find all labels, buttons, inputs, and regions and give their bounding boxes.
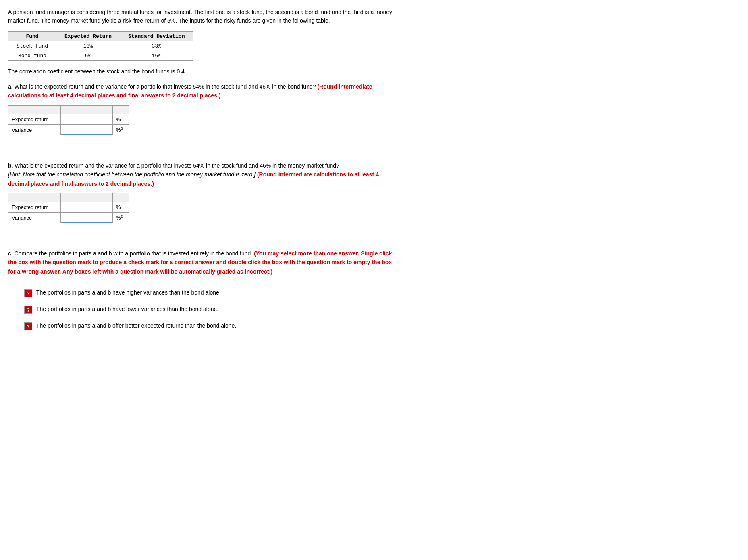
question-a-label: a. xyxy=(8,83,13,90)
question-c-body-text: Compare the portfolios in parts a and b … xyxy=(15,250,253,257)
option-c-3: ? The portfolios in parts a and b offer … xyxy=(24,322,395,330)
table-row: Stock fund 13% 33% xyxy=(8,41,193,51)
col-fund: Fund xyxy=(8,32,56,41)
answer-header-col3-b xyxy=(113,193,129,202)
option-c-2-checkbox[interactable]: ? xyxy=(24,306,32,314)
option-c-3-label: The portfolios in parts a and b offer be… xyxy=(36,322,236,330)
option-c-2: ? The portfolios in parts a and b have l… xyxy=(24,305,395,314)
correlation-text: The correlation coefficient between the … xyxy=(8,67,395,76)
answer-row-expected-return-a: Expected return % xyxy=(8,114,129,124)
question-b-text: b. What is the expected return and the v… xyxy=(8,161,395,188)
option-c-3-checkbox[interactable]: ? xyxy=(24,322,32,330)
fund-data-table: Fund Expected Return Standard Deviation … xyxy=(8,31,193,61)
question-c-text: c. Compare the portfolios in parts a and… xyxy=(8,249,395,276)
variance-unit-a: %2 xyxy=(113,124,129,135)
answer-header-col2-b xyxy=(60,193,112,202)
answer-row-variance-b: Variance %2 xyxy=(8,212,129,223)
col-std-dev: Standard Deviation xyxy=(120,32,193,41)
question-b-label: b. xyxy=(8,162,13,169)
expected-return-input-b[interactable] xyxy=(61,202,112,212)
answer-table-b: Expected return % Variance %2 xyxy=(8,193,129,223)
table-row: Bond fund 6% 16% xyxy=(8,51,193,61)
fund-stddev-stock: 33% xyxy=(120,41,193,51)
variance-input-a[interactable] xyxy=(61,125,112,135)
answer-header-row-b xyxy=(8,193,129,202)
expected-return-unit-a: % xyxy=(113,114,129,124)
answer-header-col2-a xyxy=(60,105,112,114)
variance-input-cell-a xyxy=(60,124,112,135)
option-c-2-label: The portfolios in parts a and b have low… xyxy=(36,305,218,313)
answer-header-row-a xyxy=(8,105,129,114)
variance-input-cell-b xyxy=(60,212,112,223)
variance-label-a: Variance xyxy=(8,124,61,135)
expected-return-unit-b: % xyxy=(113,202,129,212)
fund-return-bond: 6% xyxy=(56,51,120,61)
answer-header-col1-a xyxy=(8,105,61,114)
question-a-body-text: What is the expected return and the vari… xyxy=(15,83,316,90)
option-c-1: ? The portfolios in parts a and b have h… xyxy=(24,289,395,297)
expected-return-input-cell-b xyxy=(60,202,112,212)
expected-return-input-cell-a xyxy=(60,114,112,124)
variance-label-b: Variance xyxy=(8,212,61,223)
answer-row-variance-a: Variance %2 xyxy=(8,124,129,135)
answer-table-a: Expected return % Variance %2 xyxy=(8,105,129,135)
fund-stddev-bond: 16% xyxy=(120,51,193,61)
variance-unit-b: %2 xyxy=(113,212,129,223)
expected-return-input-a[interactable] xyxy=(61,114,112,124)
variance-input-b[interactable] xyxy=(61,213,112,223)
question-c-label: c. xyxy=(8,250,13,257)
answer-row-expected-return-b: Expected return % xyxy=(8,202,129,212)
answer-header-col1-b xyxy=(8,193,61,202)
question-b-body-text: What is the expected return and the vari… xyxy=(15,162,339,169)
fund-name-bond: Bond fund xyxy=(8,51,56,61)
expected-return-label-a: Expected return xyxy=(8,114,61,124)
question-a-text: a. What is the expected return and the v… xyxy=(8,82,395,100)
intro-text: A pension fund manager is considering th… xyxy=(8,8,395,25)
question-b-hint: [Hint: Note that the correlation coeffic… xyxy=(8,171,256,178)
answer-header-col3-a xyxy=(113,105,129,114)
expected-return-label-b: Expected return xyxy=(8,202,61,212)
option-c-1-label: The portfolios in parts a and b have hig… xyxy=(36,289,221,297)
fund-name-stock: Stock fund xyxy=(8,41,56,51)
option-c-1-checkbox[interactable]: ? xyxy=(24,289,32,297)
col-expected-return: Expected Return xyxy=(56,32,120,41)
fund-return-stock: 13% xyxy=(56,41,120,51)
